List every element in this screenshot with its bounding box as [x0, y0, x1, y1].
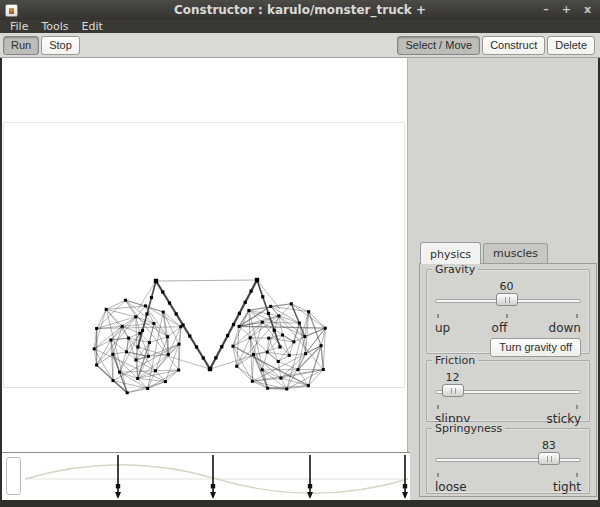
springyness-ticks	[435, 473, 581, 479]
minimize-icon[interactable]: –	[543, 0, 549, 20]
menu-edit[interactable]: Edit	[79, 20, 113, 33]
springyness-group: Springyness 83 loose tight	[426, 428, 590, 494]
springyness-slider: 83	[435, 441, 581, 473]
friction-slider: 12	[435, 373, 581, 405]
titlebar[interactable]: Constructor : karulo/monster_truck + – +…	[0, 0, 600, 20]
toolbar: Run Stop Select / Move Construct Delete	[0, 33, 600, 58]
muscle-wave[interactable]	[2, 453, 410, 500]
model-canvas[interactable]	[2, 58, 408, 500]
menu-file[interactable]: File	[7, 20, 38, 33]
construct-button[interactable]: Construct	[482, 36, 545, 55]
springyness-label-tight: tight	[553, 480, 581, 494]
monster-truck-model[interactable]	[2, 58, 408, 500]
app-icon	[5, 4, 18, 17]
springyness-label-loose: loose	[435, 480, 467, 494]
gravity-slider: 60	[435, 282, 581, 314]
menu-tools[interactable]: Tools	[38, 20, 78, 33]
app-window: Constructor : karulo/monster_truck + – +…	[0, 0, 600, 507]
friction-group: Friction 12 slippy sticky	[426, 360, 590, 422]
gravity-label-off: off	[492, 321, 508, 335]
gravity-value: 60	[500, 280, 514, 293]
gravity-ticks	[435, 314, 581, 320]
tab-physics[interactable]: physics	[420, 242, 481, 264]
gravity-label-up: up	[435, 321, 450, 335]
physics-tab-content: Gravity 60 up off down	[419, 263, 597, 497]
menubar: File Tools Edit	[0, 20, 600, 33]
gravity-group: Gravity 60 up off down	[426, 269, 590, 354]
maximize-icon[interactable]: +	[562, 0, 571, 20]
gravity-title: Gravity	[432, 263, 478, 276]
springyness-labels: loose tight	[435, 480, 581, 494]
gravity-label-down: down	[549, 321, 581, 335]
settings-panel: physics muscles Gravity 60	[409, 58, 598, 500]
run-button[interactable]: Run	[3, 36, 39, 55]
friction-label-sticky: sticky	[546, 412, 581, 426]
stop-button[interactable]: Stop	[41, 36, 80, 55]
mode-buttons: Select / Move Construct Delete	[397, 36, 597, 55]
tab-muscles[interactable]: muscles	[483, 243, 548, 263]
gravity-labels: up off down	[435, 321, 581, 335]
window-controls: – + x	[543, 0, 591, 20]
amplitude-handle[interactable]	[6, 457, 21, 495]
turn-gravity-off-button[interactable]: Turn gravity off	[490, 338, 581, 357]
springyness-slider-thumb[interactable]	[538, 452, 560, 465]
select-move-button[interactable]: Select / Move	[397, 36, 480, 55]
window-title: Constructor : karulo/monster_truck +	[0, 0, 600, 20]
friction-title: Friction	[432, 354, 478, 367]
delete-button[interactable]: Delete	[547, 36, 595, 55]
springyness-value: 83	[542, 439, 556, 452]
friction-ticks	[435, 405, 581, 411]
springyness-title: Springyness	[432, 422, 505, 435]
muscle-timeline[interactable]	[2, 452, 410, 500]
main-content: physics muscles Gravity 60	[2, 58, 598, 500]
friction-value: 12	[446, 371, 460, 384]
friction-slider-thumb[interactable]	[442, 384, 464, 397]
close-icon[interactable]: x	[584, 0, 591, 20]
gravity-slider-thumb[interactable]	[496, 293, 518, 306]
panel-tabs: physics muscles	[420, 242, 550, 263]
